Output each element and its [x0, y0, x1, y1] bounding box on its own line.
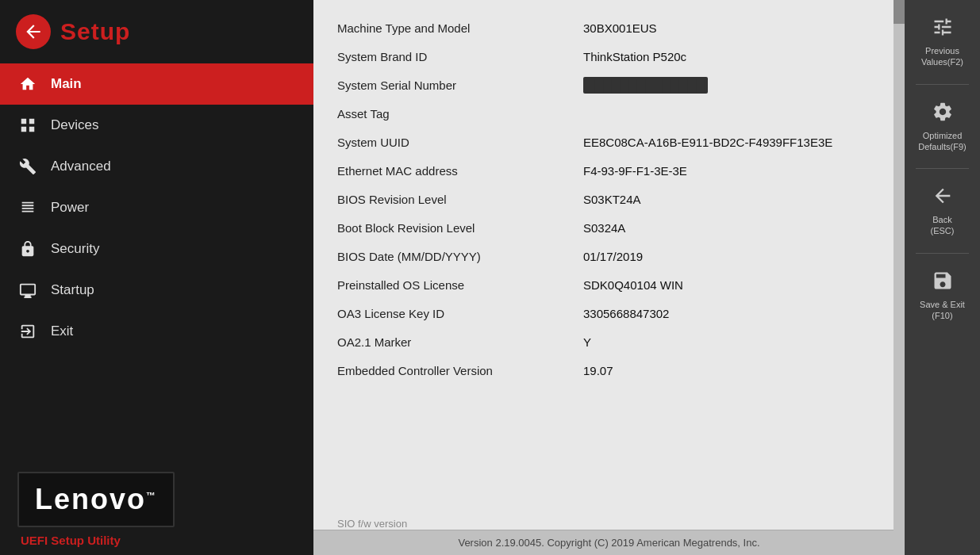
previous-values-label: PreviousValues(F2): [921, 45, 963, 68]
info-row: Embedded Controller Version19.07: [337, 357, 881, 385]
info-label: System Brand ID: [337, 48, 583, 65]
info-value: S03KT24A: [583, 191, 641, 208]
back-label: Back(ESC): [931, 214, 955, 237]
right-panel: PreviousValues(F2) OptimizedDefaults(F9)…: [905, 0, 980, 555]
sidebar-item-label-main: Main: [51, 76, 82, 92]
info-label: System Serial Number: [337, 77, 583, 94]
info-value: 01/17/2019: [583, 248, 643, 265]
scrollbar-thumb[interactable]: [894, 0, 905, 24]
divider-2: [916, 168, 969, 169]
sidebar-item-label-devices: Devices: [51, 117, 98, 133]
sidebar-item-label-power: Power: [51, 200, 89, 216]
wrench-icon: [17, 156, 38, 177]
info-value: F4-93-9F-F1-3E-3E: [583, 163, 687, 179]
info-value: S0324A: [583, 220, 625, 236]
info-label: Embedded Controller Version: [337, 362, 583, 379]
exit-icon: [17, 321, 38, 342]
info-row: Asset Tag: [337, 100, 881, 128]
info-label: OA3 License Key ID: [337, 305, 583, 322]
lenovo-text: Lenovo: [35, 483, 146, 515]
info-table: Machine Type and Model30BX001EUSSystem B…: [313, 0, 905, 516]
setup-header: Setup: [0, 0, 313, 63]
sidebar-item-exit[interactable]: Exit: [0, 311, 313, 352]
info-label: Preinstalled OS License: [337, 277, 583, 293]
optimized-defaults-label: OptimizedDefaults(F9): [918, 130, 967, 153]
sidebar-item-label-advanced: Advanced: [51, 159, 111, 174]
gear-icon: [932, 101, 954, 126]
info-label: OA2.1 Marker: [337, 334, 583, 350]
info-label: System UUID: [337, 134, 583, 151]
sidebar-item-power[interactable]: Power: [0, 187, 313, 228]
home-icon: [17, 74, 38, 94]
info-row: System Brand IDThinkStation P520c: [337, 43, 881, 71]
back-button[interactable]: Back(ESC): [905, 177, 980, 245]
info-row: Preinstalled OS LicenseSDK0Q40104 WIN: [337, 271, 881, 300]
info-label: BIOS Revision Level: [337, 191, 583, 208]
grid-icon: [17, 115, 38, 136]
info-row: System UUIDEE8C08CA-A16B-E911-BD2C-F4939…: [337, 128, 881, 157]
info-label: Boot Block Revision Level: [337, 220, 583, 236]
setup-title: Setup: [60, 18, 130, 45]
divider-1: [916, 84, 969, 85]
sidebar-item-label-security: Security: [51, 241, 99, 257]
previous-values-button[interactable]: PreviousValues(F2): [905, 8, 980, 76]
save-exit-label: Save & Exit(F10): [920, 299, 965, 322]
lock-icon: [17, 239, 38, 259]
scrollbar-track[interactable]: [894, 0, 905, 555]
info-row: OA2.1 MarkerY: [337, 328, 881, 357]
divider-3: [916, 253, 969, 254]
save-exit-button[interactable]: Save & Exit(F10): [905, 262, 980, 330]
info-label: Machine Type and Model: [337, 20, 583, 36]
info-value: 30BX001EUS: [583, 20, 657, 36]
info-label: Ethernet MAC address: [337, 163, 583, 179]
info-value: EE8C08CA-A16B-E911-BD2C-F4939FF13E3E: [583, 134, 832, 151]
sio-label: SIO f/w version: [313, 516, 905, 530]
lenovo-logo: Lenovo™: [17, 472, 175, 527]
monitor-icon: [17, 280, 38, 300]
sidebar-item-startup[interactable]: Startup: [0, 270, 313, 311]
sidebar-item-advanced[interactable]: Advanced: [0, 146, 313, 187]
sidebar-item-devices[interactable]: Devices: [0, 105, 313, 146]
arrow-left-icon: [932, 185, 954, 210]
info-value: ██████████████: [583, 77, 708, 94]
info-row: Ethernet MAC addressF4-93-9F-F1-3E-3E: [337, 157, 881, 186]
info-value: SDK0Q40104 WIN: [583, 277, 683, 293]
info-row: BIOS Date (MM/DD/YYYY)01/17/2019: [337, 243, 881, 271]
info-value: 19.07: [583, 362, 613, 379]
info-row: Machine Type and Model30BX001EUS: [337, 14, 881, 43]
floppy-icon: [932, 270, 954, 295]
info-label: Asset Tag: [337, 105, 583, 122]
sidebar-item-main[interactable]: Main: [0, 63, 313, 105]
lenovo-tm: ™: [146, 490, 157, 501]
info-value: ThinkStation P520c: [583, 48, 686, 65]
power-icon: [17, 197, 38, 218]
info-row: OA3 License Key ID3305668847302: [337, 300, 881, 328]
footer-bar: Version 2.19.0045. Copyright (C) 2019 Am…: [313, 530, 905, 555]
main-content: Machine Type and Model30BX001EUSSystem B…: [313, 0, 905, 555]
sliders-icon: [932, 16, 954, 41]
sidebar-item-label-startup: Startup: [51, 282, 94, 298]
logo-area: Lenovo™ UEFI Setup Utility: [0, 456, 313, 555]
nav-menu: Main Devices Advanced Power: [0, 63, 313, 352]
back-circle-icon[interactable]: [16, 14, 51, 49]
info-row: System Serial Number██████████████: [337, 71, 881, 100]
info-label: BIOS Date (MM/DD/YYYY): [337, 248, 583, 265]
info-value: Y: [583, 334, 591, 350]
uefi-label: UEFI Setup Utility: [17, 534, 296, 547]
info-value: 3305668847302: [583, 305, 669, 322]
sidebar: Setup Main Devices Advanced: [0, 0, 313, 555]
sidebar-item-label-exit: Exit: [51, 323, 73, 339]
sidebar-item-security[interactable]: Security: [0, 228, 313, 270]
info-row: Boot Block Revision LevelS0324A: [337, 214, 881, 243]
lenovo-wordmark: Lenovo™: [35, 483, 157, 515]
info-row: BIOS Revision LevelS03KT24A: [337, 186, 881, 214]
optimized-defaults-button[interactable]: OptimizedDefaults(F9): [905, 93, 980, 161]
